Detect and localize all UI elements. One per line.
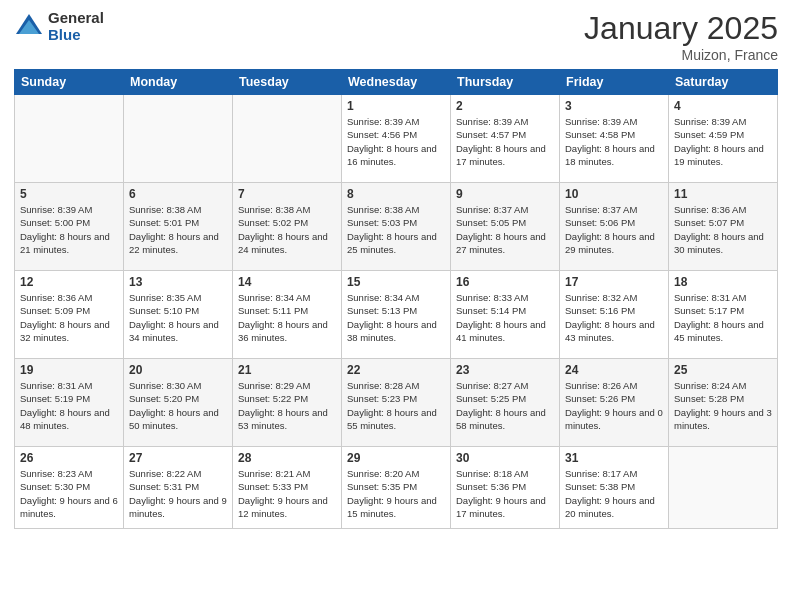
table-row: 28Sunrise: 8:21 AM Sunset: 5:33 PM Dayli… (233, 447, 342, 529)
day-info: Sunrise: 8:39 AM Sunset: 4:57 PM Dayligh… (456, 115, 554, 168)
day-number: 24 (565, 363, 663, 377)
table-row: 25Sunrise: 8:24 AM Sunset: 5:28 PM Dayli… (669, 359, 778, 447)
logo: General Blue (14, 10, 104, 43)
table-row: 31Sunrise: 8:17 AM Sunset: 5:38 PM Dayli… (560, 447, 669, 529)
day-number: 28 (238, 451, 336, 465)
day-number: 21 (238, 363, 336, 377)
day-info: Sunrise: 8:17 AM Sunset: 5:38 PM Dayligh… (565, 467, 663, 520)
table-row (15, 95, 124, 183)
day-number: 18 (674, 275, 772, 289)
day-number: 17 (565, 275, 663, 289)
day-info: Sunrise: 8:35 AM Sunset: 5:10 PM Dayligh… (129, 291, 227, 344)
day-info: Sunrise: 8:23 AM Sunset: 5:30 PM Dayligh… (20, 467, 118, 520)
col-saturday: Saturday (669, 70, 778, 95)
day-info: Sunrise: 8:30 AM Sunset: 5:20 PM Dayligh… (129, 379, 227, 432)
day-info: Sunrise: 8:32 AM Sunset: 5:16 PM Dayligh… (565, 291, 663, 344)
col-monday: Monday (124, 70, 233, 95)
table-row (669, 447, 778, 529)
day-info: Sunrise: 8:37 AM Sunset: 5:05 PM Dayligh… (456, 203, 554, 256)
table-row: 14Sunrise: 8:34 AM Sunset: 5:11 PM Dayli… (233, 271, 342, 359)
table-row: 3Sunrise: 8:39 AM Sunset: 4:58 PM Daylig… (560, 95, 669, 183)
table-row: 15Sunrise: 8:34 AM Sunset: 5:13 PM Dayli… (342, 271, 451, 359)
day-number: 19 (20, 363, 118, 377)
day-info: Sunrise: 8:38 AM Sunset: 5:02 PM Dayligh… (238, 203, 336, 256)
day-number: 22 (347, 363, 445, 377)
table-row: 5Sunrise: 8:39 AM Sunset: 5:00 PM Daylig… (15, 183, 124, 271)
day-info: Sunrise: 8:27 AM Sunset: 5:25 PM Dayligh… (456, 379, 554, 432)
day-info: Sunrise: 8:21 AM Sunset: 5:33 PM Dayligh… (238, 467, 336, 520)
table-row: 17Sunrise: 8:32 AM Sunset: 5:16 PM Dayli… (560, 271, 669, 359)
title-section: January 2025 Muizon, France (584, 10, 778, 63)
day-info: Sunrise: 8:33 AM Sunset: 5:14 PM Dayligh… (456, 291, 554, 344)
day-number: 4 (674, 99, 772, 113)
day-number: 12 (20, 275, 118, 289)
page: General Blue January 2025 Muizon, France… (0, 0, 792, 612)
day-number: 3 (565, 99, 663, 113)
calendar-table: Sunday Monday Tuesday Wednesday Thursday… (14, 69, 778, 529)
day-number: 23 (456, 363, 554, 377)
day-number: 7 (238, 187, 336, 201)
day-info: Sunrise: 8:34 AM Sunset: 5:13 PM Dayligh… (347, 291, 445, 344)
table-row: 20Sunrise: 8:30 AM Sunset: 5:20 PM Dayli… (124, 359, 233, 447)
table-row: 19Sunrise: 8:31 AM Sunset: 5:19 PM Dayli… (15, 359, 124, 447)
day-number: 20 (129, 363, 227, 377)
col-wednesday: Wednesday (342, 70, 451, 95)
day-number: 2 (456, 99, 554, 113)
logo-general-text: General (48, 10, 104, 27)
table-row: 30Sunrise: 8:18 AM Sunset: 5:36 PM Dayli… (451, 447, 560, 529)
day-info: Sunrise: 8:28 AM Sunset: 5:23 PM Dayligh… (347, 379, 445, 432)
table-row: 23Sunrise: 8:27 AM Sunset: 5:25 PM Dayli… (451, 359, 560, 447)
day-info: Sunrise: 8:39 AM Sunset: 4:58 PM Dayligh… (565, 115, 663, 168)
day-info: Sunrise: 8:39 AM Sunset: 4:59 PM Dayligh… (674, 115, 772, 168)
day-number: 26 (20, 451, 118, 465)
table-row: 27Sunrise: 8:22 AM Sunset: 5:31 PM Dayli… (124, 447, 233, 529)
table-row: 7Sunrise: 8:38 AM Sunset: 5:02 PM Daylig… (233, 183, 342, 271)
table-row: 13Sunrise: 8:35 AM Sunset: 5:10 PM Dayli… (124, 271, 233, 359)
day-number: 25 (674, 363, 772, 377)
day-number: 27 (129, 451, 227, 465)
logo-blue-text: Blue (48, 27, 104, 44)
table-row: 22Sunrise: 8:28 AM Sunset: 5:23 PM Dayli… (342, 359, 451, 447)
col-sunday: Sunday (15, 70, 124, 95)
logo-icon (14, 12, 44, 42)
day-number: 8 (347, 187, 445, 201)
table-row: 1Sunrise: 8:39 AM Sunset: 4:56 PM Daylig… (342, 95, 451, 183)
table-row (124, 95, 233, 183)
day-info: Sunrise: 8:37 AM Sunset: 5:06 PM Dayligh… (565, 203, 663, 256)
day-info: Sunrise: 8:31 AM Sunset: 5:19 PM Dayligh… (20, 379, 118, 432)
day-info: Sunrise: 8:26 AM Sunset: 5:26 PM Dayligh… (565, 379, 663, 432)
day-number: 15 (347, 275, 445, 289)
day-info: Sunrise: 8:29 AM Sunset: 5:22 PM Dayligh… (238, 379, 336, 432)
day-number: 30 (456, 451, 554, 465)
table-row: 29Sunrise: 8:20 AM Sunset: 5:35 PM Dayli… (342, 447, 451, 529)
header: General Blue January 2025 Muizon, France (14, 10, 778, 63)
day-info: Sunrise: 8:18 AM Sunset: 5:36 PM Dayligh… (456, 467, 554, 520)
day-info: Sunrise: 8:31 AM Sunset: 5:17 PM Dayligh… (674, 291, 772, 344)
table-row: 6Sunrise: 8:38 AM Sunset: 5:01 PM Daylig… (124, 183, 233, 271)
day-info: Sunrise: 8:39 AM Sunset: 5:00 PM Dayligh… (20, 203, 118, 256)
table-row: 8Sunrise: 8:38 AM Sunset: 5:03 PM Daylig… (342, 183, 451, 271)
col-friday: Friday (560, 70, 669, 95)
day-info: Sunrise: 8:20 AM Sunset: 5:35 PM Dayligh… (347, 467, 445, 520)
table-row: 24Sunrise: 8:26 AM Sunset: 5:26 PM Dayli… (560, 359, 669, 447)
day-info: Sunrise: 8:39 AM Sunset: 4:56 PM Dayligh… (347, 115, 445, 168)
day-number: 14 (238, 275, 336, 289)
table-row: 21Sunrise: 8:29 AM Sunset: 5:22 PM Dayli… (233, 359, 342, 447)
table-row: 26Sunrise: 8:23 AM Sunset: 5:30 PM Dayli… (15, 447, 124, 529)
table-row: 18Sunrise: 8:31 AM Sunset: 5:17 PM Dayli… (669, 271, 778, 359)
table-row: 11Sunrise: 8:36 AM Sunset: 5:07 PM Dayli… (669, 183, 778, 271)
day-info: Sunrise: 8:34 AM Sunset: 5:11 PM Dayligh… (238, 291, 336, 344)
table-row: 16Sunrise: 8:33 AM Sunset: 5:14 PM Dayli… (451, 271, 560, 359)
day-info: Sunrise: 8:36 AM Sunset: 5:07 PM Dayligh… (674, 203, 772, 256)
day-number: 10 (565, 187, 663, 201)
day-number: 31 (565, 451, 663, 465)
day-number: 1 (347, 99, 445, 113)
day-number: 11 (674, 187, 772, 201)
calendar-header-row: Sunday Monday Tuesday Wednesday Thursday… (15, 70, 778, 95)
location-label: Muizon, France (584, 47, 778, 63)
logo-text: General Blue (48, 10, 104, 43)
col-tuesday: Tuesday (233, 70, 342, 95)
day-info: Sunrise: 8:38 AM Sunset: 5:01 PM Dayligh… (129, 203, 227, 256)
table-row: 10Sunrise: 8:37 AM Sunset: 5:06 PM Dayli… (560, 183, 669, 271)
table-row: 12Sunrise: 8:36 AM Sunset: 5:09 PM Dayli… (15, 271, 124, 359)
